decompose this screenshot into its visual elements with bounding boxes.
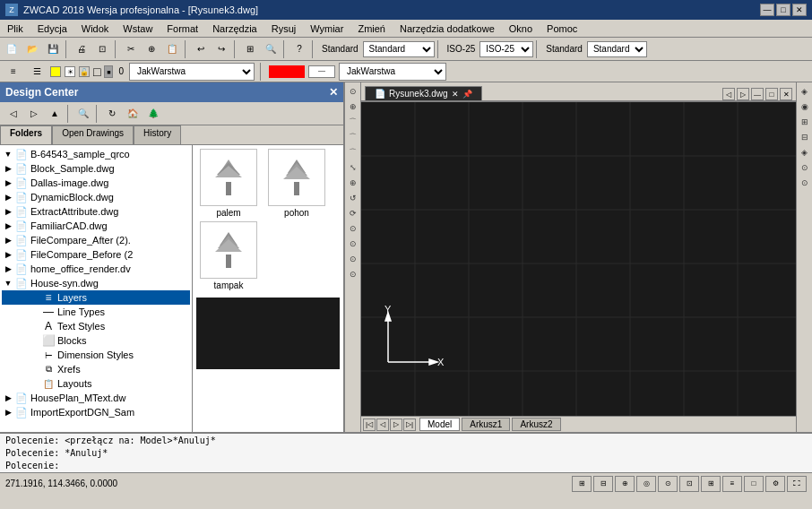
list-item[interactable]: ⬜ Blocks [2,333,190,348]
maximize-button[interactable]: □ [776,4,790,16]
tool-arc3[interactable]: ⌒ [346,145,360,160]
grid-button[interactable]: ⊟ [593,476,613,492]
list-item[interactable]: ▶ 📄 HousePlan_MText.dw [2,391,190,405]
settings-button[interactable]: ⚙ [765,476,785,492]
list-item[interactable]: ▶ 📄 home_office_render.dv [2,262,190,276]
model-tab-model[interactable]: Model [419,418,460,431]
menu-narzedzia[interactable]: Narzędzia [205,22,264,36]
dc-tab-history[interactable]: History [134,125,181,144]
preview-button[interactable]: ⊡ [92,39,112,59]
expand-icon[interactable]: ▶ [2,264,14,273]
palette-btn-1[interactable]: ◈ [798,84,812,99]
model-nav-prev[interactable]: ◁ [376,418,389,431]
menu-plik[interactable]: Plik [0,22,30,36]
expand-icon[interactable]: ▶ [2,178,14,187]
tool-orbit[interactable]: ⊙ [346,84,360,99]
expand-icon[interactable]: ▶ [2,393,14,402]
layer-name-combo[interactable]: JakWarstwa [339,63,446,81]
paste-button[interactable]: 📋 [162,39,182,59]
list-item[interactable]: — Line Types [2,305,190,319]
cad-canvas[interactable]: X Y [361,102,796,416]
layer-print-btn[interactable]: □ [93,65,100,79]
dc-back-button[interactable]: ◁ [4,104,23,124]
help-button[interactable]: ? [289,39,309,59]
model-nav-first[interactable]: |◁ [363,418,376,431]
list-item[interactable]: pohon [264,149,329,218]
expand-icon[interactable]: ▶ [2,164,14,173]
color-selector[interactable] [269,65,305,78]
tool-circle2[interactable]: ⊙ [346,237,360,251]
tool-plus[interactable]: ⊕ [346,176,360,190]
save-button[interactable]: 💾 [43,39,63,59]
dc-tab-open-drawings[interactable]: Open Drawings [52,125,134,144]
palette-btn-3[interactable]: ⊞ [798,115,812,129]
menu-wstaw[interactable]: Wstaw [116,22,160,36]
palette-btn-4[interactable]: ⊟ [798,130,812,144]
dc-home-button[interactable]: 🏠 [123,104,143,124]
layer-color-btn[interactable] [50,66,61,77]
print-button[interactable]: 🖨 [72,39,91,59]
model-nav-next[interactable]: ▷ [390,418,402,431]
cmd-input[interactable] [59,461,807,470]
dim-style-combo[interactable]: ISO-25 [479,41,533,57]
list-item[interactable]: ▶ 📄 Dallas-image.dwg [2,176,190,190]
expand-icon[interactable]: ▶ [2,408,14,417]
layer-state-button[interactable]: ☰ [27,62,47,82]
menu-narzedzia-dodatkowe[interactable]: Narzędzia dodatkowe [393,22,502,36]
cut-button[interactable]: ✂ [121,39,141,59]
layer-sun-btn[interactable]: ☀ [65,66,75,77]
linetype-selector[interactable]: — [308,65,335,78]
tool-arc1[interactable]: ⌒ [346,115,360,129]
layer-manager-button[interactable]: ≡ [4,62,23,82]
model-button[interactable]: □ [744,476,764,492]
tab-prev-button[interactable]: ◁ [722,88,735,100]
dc-close-button[interactable]: ✕ [329,86,338,99]
tool-circle4[interactable]: ⊙ [346,267,360,281]
layer-lock-btn[interactable]: 🔓 [79,66,90,77]
dc-up-button[interactable]: ▲ [45,104,65,124]
style-combo[interactable]: Standard [363,41,435,57]
minimize-button[interactable]: — [760,4,774,16]
tool-arc2[interactable]: ⌒ [346,130,360,144]
list-item[interactable]: ▼ 📄 B-64543_sample_qrco [2,147,190,161]
layer-color2-btn[interactable]: ■ [104,65,113,78]
model-tab-arkusz1[interactable]: Arkusz1 [462,418,510,431]
tab-next-button[interactable]: ▷ [737,88,749,100]
cad-tab-close-button[interactable]: ✕ [452,90,459,99]
menu-okno[interactable]: Okno [502,22,540,36]
match-prop-button[interactable]: ⊞ [240,39,260,59]
menu-edycja[interactable]: Edycja [30,22,74,36]
cad-tab-rysunek3[interactable]: 📄 Rysunek3.dwg ✕ 📌 [365,86,482,100]
close-button[interactable]: ✕ [792,4,807,16]
undo-button[interactable]: ↩ [191,39,211,59]
zoom-button[interactable]: 🔍 [261,39,281,59]
expand-icon[interactable]: ▶ [2,236,14,245]
fullscreen-button[interactable]: ⛶ [787,476,807,492]
menu-format[interactable]: Format [160,22,205,36]
expand-icon[interactable]: ▶ [2,193,14,202]
menu-zmien[interactable]: Zmień [350,22,393,36]
list-item[interactable]: ⊢ Dimension Styles [2,348,190,362]
dc-tree-button[interactable]: 🌲 [143,104,163,124]
tool-zoom-window[interactable]: ⊕ [346,99,360,114]
open-button[interactable]: 📂 [22,39,42,59]
new-file-button[interactable]: 📄 [2,39,22,59]
tab-min-button[interactable]: — [751,88,764,100]
list-item[interactable]: ⧉ Xrefs [2,362,190,376]
dc-forward-button[interactable]: ▷ [24,104,44,124]
text-style-combo[interactable]: Standard [587,41,647,57]
list-item[interactable]: A Text Styles [2,319,190,333]
ortho-button[interactable]: ⊕ [615,476,635,492]
layer-select[interactable]: JakWarstwa [129,63,255,81]
otrack-button[interactable]: ⊡ [679,476,699,492]
expand-icon[interactable]: ▼ [2,150,14,159]
expand-icon[interactable]: ▶ [2,250,14,259]
redo-button[interactable]: ↪ [212,39,231,59]
list-item[interactable]: ▶ 📄 FamiliarCAD.dwg [2,219,190,233]
dc-search-button[interactable]: 🔍 [73,104,93,124]
dyn-button[interactable]: ⊞ [701,476,721,492]
lw-button[interactable]: ≡ [722,476,742,492]
palette-btn-6[interactable]: ⊙ [798,160,812,175]
copy-button[interactable]: ⊕ [142,39,161,59]
menu-pomoc[interactable]: Pomoc [540,22,584,36]
